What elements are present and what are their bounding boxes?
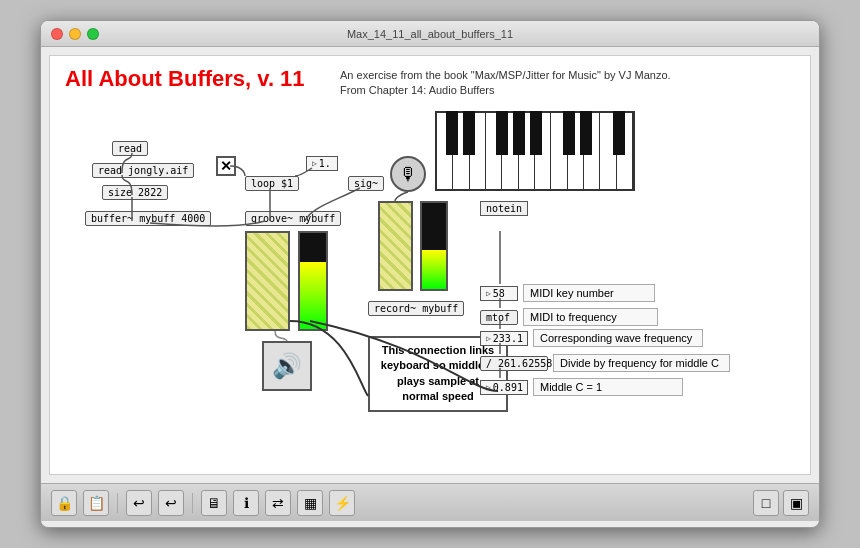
size-object[interactable]: size 2822 [102,185,168,200]
midi-key-label: MIDI key number [523,284,655,302]
divide-row: / 261.62558 Divide by frequency for midd… [480,354,730,372]
screen-button[interactable]: 🖥 [201,490,227,516]
buffer-object[interactable]: buffer~ mybuff 4000 [85,211,211,226]
loop-num-box[interactable]: 1. [306,156,338,171]
comment-box: This connection linkskeyboard so middle … [368,336,508,412]
traffic-lights [51,28,99,40]
record-display-left [378,201,413,291]
piano-key-white[interactable] [437,113,453,189]
patch-title: All About Buffers, v. 11 [65,66,305,92]
wave-freq-row: 233.1 Corresponding wave frequency [480,329,703,347]
read-file-object[interactable]: read jongly.aif [92,163,194,178]
loop-num-value: 1. [319,158,331,169]
read-object[interactable]: read [112,141,148,156]
groove-display-left [245,231,290,331]
piano-key-white[interactable] [453,113,469,189]
book-info: An exercise from the book "Max/MSP/Jitte… [340,68,671,99]
piano-key-white[interactable] [502,113,518,189]
resize-buttons: □ ▣ [753,490,809,516]
main-window: Max_14_11_all_about_buffers_11 All About… [40,20,820,528]
middle-c-value: 0.891 [493,382,523,393]
record-level-fill [422,250,446,289]
info-button[interactable]: ℹ [233,490,259,516]
lock-button[interactable]: 🔒 [51,490,77,516]
swap-button[interactable]: ⇄ [265,490,291,516]
copy-button[interactable]: 📋 [83,490,109,516]
divide-object[interactable]: / 261.62558 [480,356,548,371]
level-fill [300,262,326,329]
piano-key-white[interactable] [535,113,551,189]
level-meter [298,231,328,331]
mtof-object[interactable]: mtof [480,310,518,325]
toolbar-separator [117,493,118,513]
piano-keyboard[interactable] [435,111,635,191]
comment-text: This connection linkskeyboard so middle … [381,344,495,402]
minimize-window-button[interactable]: □ [753,490,779,516]
toggle-box[interactable]: ✕ [216,156,236,176]
wave-freq-label: Corresponding wave frequency [533,329,703,347]
undo-button[interactable]: ↩ [126,490,152,516]
piano-key-white[interactable] [519,113,535,189]
close-button[interactable] [51,28,63,40]
midi-key-row: 58 MIDI key number [480,284,655,302]
divide-label: Divide by frequency for middle C [553,354,730,372]
title-bar: Max_14_11_all_about_buffers_11 [41,21,819,47]
piano-key-white[interactable] [584,113,600,189]
midi-key-numbox[interactable]: 58 [480,286,518,301]
record-object[interactable]: record~ mybuff [368,301,464,316]
toolbar: 🔒 📋 ↩ ↩ 🖥 ℹ ⇄ ▦ ⚡ □ ▣ [41,483,819,521]
maximize-button[interactable] [87,28,99,40]
piano-key-white[interactable] [486,113,502,189]
patch-canvas: All About Buffers, v. 11 An exercise fro… [49,55,811,475]
x-mark: ✕ [220,158,232,174]
middle-c-label: Middle C = 1 [533,378,683,396]
special-button[interactable]: ⚡ [329,490,355,516]
piano-key-white[interactable] [617,113,633,189]
redo-button[interactable]: ↩ [158,490,184,516]
window-title: Max_14_11_all_about_buffers_11 [347,28,513,40]
piano-key-white[interactable] [551,113,567,189]
toolbar-separator-2 [192,493,193,513]
wave-freq-value: 233.1 [493,333,523,344]
mtof-row: mtof MIDI to frequency [480,308,658,326]
piano-key-white[interactable] [600,113,616,189]
groove-object[interactable]: groove~ mybuff [245,211,341,226]
middle-c-row: 0.891 Middle C = 1 [480,378,683,396]
middle-c-numbox[interactable]: 0.891 [480,380,528,395]
maximize-window-button[interactable]: ▣ [783,490,809,516]
loop-object[interactable]: loop $1 [245,176,299,191]
midi-key-value: 58 [493,288,505,299]
sig-object[interactable]: sig~ [348,176,384,191]
notein-object[interactable]: notein [480,201,528,216]
minimize-button[interactable] [69,28,81,40]
wave-freq-numbox[interactable]: 233.1 [480,331,528,346]
mtof-label: MIDI to frequency [523,308,658,326]
piano-key-white[interactable] [470,113,486,189]
book-line1: An exercise from the book "Max/MSP/Jitte… [340,68,671,83]
record-level-meter [420,201,448,291]
speaker-object[interactable]: 🔊 [262,341,312,391]
mic-button[interactable]: 🎙 [390,156,426,192]
piano-key-white[interactable] [568,113,584,189]
book-line2: From Chapter 14: Audio Buffers [340,83,671,98]
grid-button[interactable]: ▦ [297,490,323,516]
